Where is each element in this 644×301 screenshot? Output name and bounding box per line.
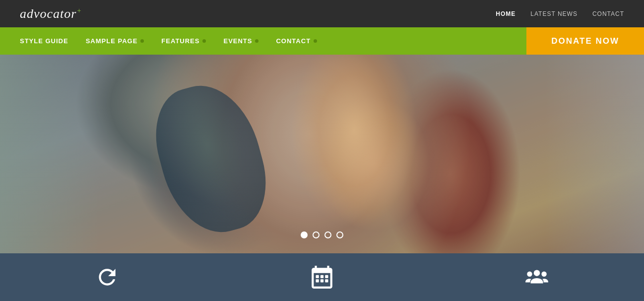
nav-style-guide-label: STYLE GUIDE — [20, 37, 68, 45]
svg-point-7 — [527, 272, 532, 277]
logo-sup: + — [76, 7, 81, 14]
calendar-icon-item[interactable] — [215, 265, 430, 290]
nav-style-guide[interactable]: STYLE GUIDE — [20, 37, 68, 45]
nav-sample-page-label: SAMPLE PAGE — [86, 37, 138, 45]
events-dot — [255, 39, 258, 43]
top-nav-latest-news[interactable]: LATEST NEWS — [530, 10, 578, 17]
people-icon — [524, 265, 549, 290]
nav-contact-label: CONTACT — [276, 37, 311, 45]
refresh-icon — [95, 265, 120, 290]
features-dot — [202, 39, 206, 43]
hero-left-blur — [0, 55, 99, 253]
nav-events[interactable]: EVENTS — [223, 37, 258, 45]
top-nav-home[interactable]: HOME — [496, 10, 515, 17]
svg-point-8 — [541, 272, 546, 277]
slider-dot-2[interactable] — [324, 231, 331, 238]
slider-dot-1[interactable] — [313, 231, 320, 238]
people-icon-item[interactable] — [429, 265, 644, 290]
svg-rect-4 — [321, 279, 323, 282]
logo: advocator+ — [20, 6, 82, 21]
slider-dot-0[interactable] — [301, 231, 308, 238]
svg-rect-0 — [316, 275, 319, 278]
main-nav-links: STYLE GUIDE SAMPLE PAGE FEATURES EVENTS … — [0, 37, 526, 45]
slider-dots — [301, 231, 343, 238]
svg-point-6 — [533, 270, 540, 276]
nav-features-label: FEATURES — [161, 37, 199, 45]
hero-right-blur — [545, 55, 644, 253]
slider-dot-3[interactable] — [336, 231, 343, 238]
calendar-icon — [310, 265, 334, 290]
svg-rect-5 — [325, 279, 328, 282]
main-nav: STYLE GUIDE SAMPLE PAGE FEATURES EVENTS … — [0, 27, 644, 55]
top-nav: HOME LATEST NEWS CONTACT — [496, 10, 624, 17]
top-bar: advocator+ HOME LATEST NEWS CONTACT — [0, 0, 644, 27]
nav-features[interactable]: FEATURES — [161, 37, 206, 45]
svg-rect-3 — [316, 279, 319, 282]
hero-slider — [0, 55, 644, 253]
top-nav-contact[interactable]: CONTACT — [592, 10, 624, 17]
svg-rect-2 — [325, 275, 328, 278]
icon-bar — [0, 253, 644, 301]
sample-page-dot — [140, 39, 144, 43]
svg-rect-1 — [321, 275, 323, 278]
refresh-icon-item[interactable] — [0, 265, 215, 290]
contact-dot — [314, 39, 317, 43]
donate-button[interactable]: DONATE NOW — [526, 27, 644, 55]
nav-contact[interactable]: CONTACT — [276, 37, 317, 45]
nav-events-label: EVENTS — [223, 37, 252, 45]
nav-sample-page[interactable]: SAMPLE PAGE — [86, 37, 144, 45]
